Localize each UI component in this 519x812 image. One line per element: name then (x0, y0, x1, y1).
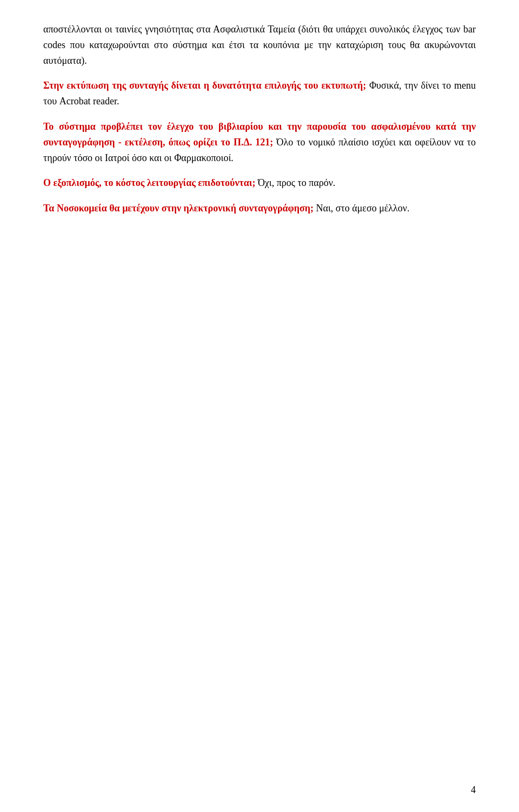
paragraph-2: Στην εκτύπωση της συνταγής δίνεται η δυν… (43, 78, 476, 109)
paragraph-1-text: αποστέλλονται οι ταινίες γνησιότητας στα… (43, 24, 476, 66)
paragraph-5-bold: Τα Νοσοκομεία θα μετέχουν στην ηλεκτρονι… (43, 203, 314, 214)
paragraph-3: Το σύστημα προβλέπει τον έλεγχο του βιβλ… (43, 119, 476, 165)
page-container: αποστέλλονται οι ταινίες γνησιότητας στα… (0, 0, 519, 812)
paragraph-4-normal: Όχι, προς το παρόν. (255, 177, 335, 188)
paragraph-1: αποστέλλονται οι ταινίες γνησιότητας στα… (43, 22, 476, 68)
paragraph-5: Τα Νοσοκομεία θα μετέχουν στην ηλεκτρονι… (43, 201, 476, 216)
paragraph-4: Ο εξοπλισμός, το κόστος λειτουργίας επιδ… (43, 175, 476, 191)
paragraph-5-normal: Ναι, στο άμεσο μέλλον. (314, 203, 409, 214)
page-number: 4 (471, 784, 476, 796)
paragraph-2-bold: Στην εκτύπωση της συνταγής δίνεται η δυν… (43, 80, 366, 91)
paragraph-4-bold: Ο εξοπλισμός, το κόστος λειτουργίας επιδ… (43, 177, 255, 188)
